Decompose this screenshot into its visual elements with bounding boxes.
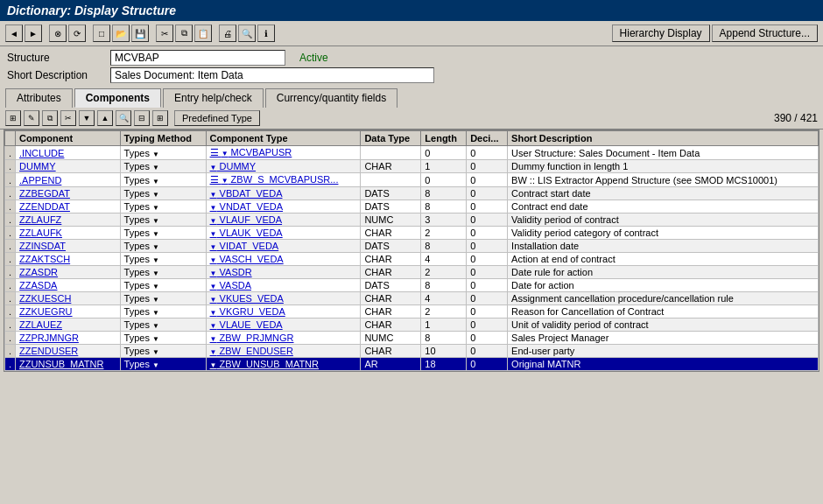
typing-method: Types ▼ [120, 173, 206, 187]
component-type[interactable]: ▼ VIDAT_VEDA [206, 240, 361, 253]
table-row[interactable]: . ZZASDR Types ▼ ▼ VASDR CHAR 2 0 Date r… [5, 266, 819, 279]
col-length[interactable]: Length [421, 131, 467, 146]
component-type[interactable]: ▼ VBDAT_VEDA [206, 187, 361, 200]
table-row[interactable]: . ZZENDUSER Types ▼ ▼ ZBW_ENDUSER CHAR 1… [5, 345, 819, 358]
table-row[interactable]: . ZZKUESCH Types ▼ ▼ VKUES_VEDA CHAR 4 0… [5, 292, 819, 305]
component-type[interactable]: ▼ VKGRU_VEDA [206, 305, 361, 318]
paste-btn[interactable]: 📋 [194, 24, 212, 42]
component-name[interactable]: ZZASDR [16, 266, 121, 279]
component-type[interactable]: ☰ ▼ MCVBAPUSR [206, 146, 361, 160]
component-type[interactable]: ▼ VNDAT_VEDA [206, 200, 361, 214]
print-btn[interactable]: 🖨 [219, 24, 236, 42]
table-btn-5[interactable]: ▼ [79, 110, 95, 126]
table-row[interactable]: . ZZINSDAT Types ▼ ▼ VIDAT_VEDA DATS 8 0… [5, 240, 819, 253]
tab-components[interactable]: Components [74, 88, 161, 108]
hierarchy-display-btn[interactable]: Hierarchy Display [612, 24, 710, 42]
open-btn[interactable]: 📂 [112, 24, 130, 42]
component-name[interactable]: ZZLAUEZ [16, 318, 121, 332]
table-btn-9[interactable]: ⊞ [152, 110, 168, 126]
typing-method: Types ▼ [120, 253, 206, 266]
short-description: Reason for Cancellation of Contract [508, 305, 819, 318]
decimals: 0 [467, 305, 508, 318]
component-name[interactable]: ZZKUEGRU [16, 305, 121, 318]
length: 4 [421, 253, 467, 266]
refresh-btn[interactable]: ⟳ [68, 24, 86, 42]
component-name[interactable]: ZZUNSUB_MATNR [16, 358, 121, 371]
component-name[interactable]: ZZKUESCH [16, 292, 121, 305]
component-type[interactable]: ▼ DUMMY [206, 160, 361, 173]
component-name[interactable]: DUMMY [16, 160, 121, 173]
info-btn[interactable]: ℹ [257, 24, 275, 42]
back-btn[interactable]: ◄ [5, 24, 23, 42]
component-type[interactable]: ▼ ZBW_UNSUB_MATNR [206, 358, 361, 371]
component-name[interactable]: ZZINSDAT [16, 240, 121, 253]
col-typing[interactable]: Typing Method [120, 131, 206, 146]
predefined-type-btn[interactable]: Predefined Type [174, 110, 260, 126]
component-name[interactable]: ZZAKTSCH [16, 253, 121, 266]
component-type[interactable]: ▼ VASCH_VEDA [206, 253, 361, 266]
component-name[interactable]: ZZLAUFZ [16, 214, 121, 227]
typing-method: Types ▼ [120, 318, 206, 332]
component-name[interactable]: .INCLUDE [16, 146, 121, 160]
component-type[interactable]: ▼ VLAUF_VEDA [206, 214, 361, 227]
table-row[interactable]: . ZZUNSUB_MATNR Types ▼ ▼ ZBW_UNSUB_MATN… [5, 358, 819, 371]
stop-btn[interactable]: ⊗ [49, 24, 67, 42]
component-name[interactable]: ZZASDA [16, 279, 121, 292]
cut-btn[interactable]: ✂ [156, 24, 173, 42]
table-row[interactable]: . .APPEND Types ▼ ☰ ▼ ZBW_S_MCVBAPUSR...… [5, 173, 819, 187]
component-type[interactable]: ▼ VASDR [206, 266, 361, 279]
tab-attributes[interactable]: Attributes [5, 88, 73, 108]
table-btn-2[interactable]: ✎ [24, 110, 39, 126]
table-row[interactable]: . ZZLAUFK Types ▼ ▼ VLAUK_VEDA CHAR 2 0 … [5, 227, 819, 240]
component-type[interactable]: ▼ VLAUE_VEDA [206, 318, 361, 332]
component-name[interactable]: ZZBEGDAT [16, 187, 121, 200]
component-name[interactable]: ZZLAUFK [16, 227, 121, 240]
col-desc[interactable]: Short Description [508, 131, 819, 146]
table-row[interactable]: . ZZLAUFZ Types ▼ ▼ VLAUF_VEDA NUMC 3 0 … [5, 214, 819, 227]
short-description: Original MATNR [508, 358, 819, 371]
row-marker: . [5, 279, 16, 292]
component-name[interactable]: ZZENDDAT [16, 200, 121, 214]
component-type[interactable]: ▼ VKUES_VEDA [206, 292, 361, 305]
component-type[interactable]: ☰ ▼ ZBW_S_MCVBAPUSR... [206, 173, 361, 187]
col-component[interactable]: Component [16, 131, 121, 146]
table-row[interactable]: . ZZBEGDAT Types ▼ ▼ VBDAT_VEDA DATS 8 0… [5, 187, 819, 200]
find-btn[interactable]: 🔍 [238, 24, 256, 42]
table-btn-6[interactable]: ▲ [97, 110, 113, 126]
length: 2 [421, 227, 467, 240]
component-name[interactable]: ZZENDUSER [16, 345, 121, 358]
col-data-type[interactable]: Data Type [361, 131, 421, 146]
col-comp-type[interactable]: Component Type [206, 131, 361, 146]
component-name[interactable]: .APPEND [16, 173, 121, 187]
row-counter: 390 / 421 [774, 112, 818, 124]
table-row[interactable]: . ZZPRJMNGR Types ▼ ▼ ZBW_PRJMNGR NUMC 8… [5, 332, 819, 345]
short-description: Unit of validity period of contract [508, 318, 819, 332]
short-description: Action at end of contract [508, 253, 819, 266]
table-btn-7[interactable]: 🔍 [116, 110, 131, 126]
table-row[interactable]: . ZZLAUEZ Types ▼ ▼ VLAUE_VEDA CHAR 1 0 … [5, 318, 819, 332]
table-row[interactable]: . ZZAKTSCH Types ▼ ▼ VASCH_VEDA CHAR 4 0… [5, 253, 819, 266]
table-btn-8[interactable]: ⊟ [134, 110, 150, 126]
component-name[interactable]: ZZPRJMNGR [16, 332, 121, 345]
component-type[interactable]: ▼ ZBW_PRJMNGR [206, 332, 361, 345]
tab-entry-help[interactable]: Entry help/check [163, 88, 264, 108]
table-btn-1[interactable]: ⊞ [5, 110, 21, 126]
col-deci[interactable]: Deci... [467, 131, 508, 146]
tab-currency[interactable]: Currency/quantity fields [265, 88, 397, 108]
save-btn[interactable]: 💾 [131, 24, 149, 42]
table-row[interactable]: . ZZENDDAT Types ▼ ▼ VNDAT_VEDA DATS 8 0… [5, 200, 819, 214]
table-row[interactable]: . .INCLUDE Types ▼ ☰ ▼ MCVBAPUSR 0 0 Use… [5, 146, 819, 160]
component-type[interactable]: ▼ ZBW_ENDUSER [206, 345, 361, 358]
table-row[interactable]: . ZZASDA Types ▼ ▼ VASDA DATS 8 0 Date f… [5, 279, 819, 292]
table-btn-4[interactable]: ✂ [60, 110, 76, 126]
append-structure-btn[interactable]: Append Structure... [712, 24, 818, 42]
component-type[interactable]: ▼ VASDA [206, 279, 361, 292]
table-row[interactable]: . DUMMY Types ▼ ▼ DUMMY CHAR 1 0 Dummy f… [5, 160, 819, 173]
row-marker: . [5, 318, 16, 332]
table-btn-3[interactable]: ⧉ [42, 110, 58, 126]
forward-btn[interactable]: ► [25, 24, 42, 42]
new-btn[interactable]: □ [93, 24, 110, 42]
component-type[interactable]: ▼ VLAUK_VEDA [206, 227, 361, 240]
copy-btn[interactable]: ⧉ [175, 24, 193, 42]
table-row[interactable]: . ZZKUEGRU Types ▼ ▼ VKGRU_VEDA CHAR 2 0… [5, 305, 819, 318]
